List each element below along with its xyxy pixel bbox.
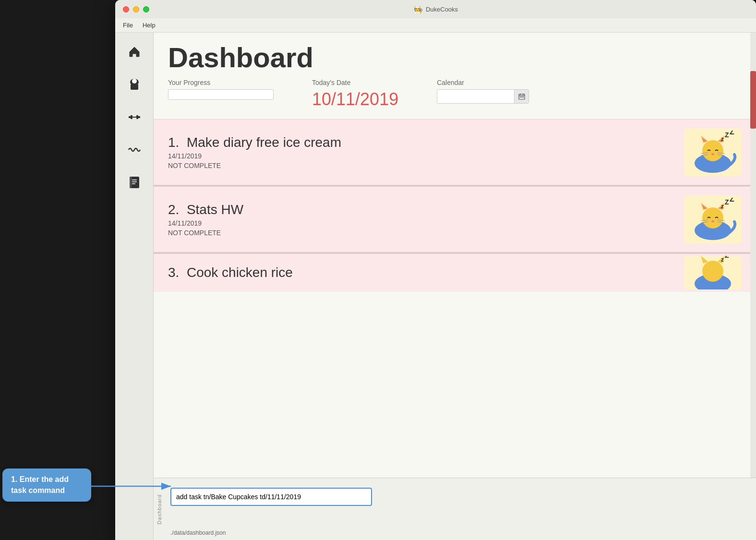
date-label: Today's Date — [312, 79, 398, 86]
svg-rect-18 — [521, 96, 522, 97]
svg-rect-10 — [132, 180, 137, 180]
annotation-arrow — [90, 478, 186, 494]
svg-rect-6 — [136, 115, 138, 119]
sidebar-item-health[interactable] — [125, 140, 144, 159]
svg-text:Z: Z — [725, 131, 729, 139]
svg-text:Z: Z — [730, 198, 734, 203]
calendar-section: Calendar — [437, 79, 529, 104]
progress-section: Your Progress — [168, 79, 274, 100]
close-button[interactable] — [123, 6, 129, 12]
task-1-status: NOT COMPLETE — [168, 162, 341, 169]
task-2-title: 2. Stats HW — [168, 202, 243, 217]
task-3-info: 3. Cook chicken rice — [168, 265, 293, 280]
calendar-button[interactable] — [514, 90, 528, 103]
svg-rect-19 — [523, 96, 524, 97]
maximize-button[interactable] — [143, 6, 149, 12]
svg-text:z: z — [721, 136, 724, 143]
command-input[interactable] — [170, 488, 372, 506]
sidebar-item-chef[interactable] — [125, 75, 144, 94]
scrollbar-thumb[interactable] — [750, 71, 756, 129]
sidebar-item-diary[interactable] — [125, 173, 144, 192]
status-path: ./data/dashboard.json — [170, 529, 226, 536]
svg-text:z: z — [721, 203, 724, 210]
svg-text:Z: Z — [725, 256, 729, 259]
command-area — [154, 478, 756, 511]
svg-point-49 — [702, 261, 723, 282]
menu-bar: File Help — [115, 18, 756, 33]
svg-rect-11 — [132, 181, 137, 182]
task-item[interactable]: 2. Stats HW 14/11/2019 NOT COMPLETE — [154, 186, 756, 252]
task-1-date: 14/11/2019 — [168, 152, 341, 160]
svg-point-21 — [702, 140, 723, 161]
svg-point-47 — [711, 220, 714, 222]
sideways-label: Dashboard — [157, 494, 163, 524]
bottom-panel: Dashboard ./data/dashboard.json — [154, 478, 756, 540]
svg-text:z: z — [721, 256, 724, 263]
svg-rect-5 — [131, 115, 132, 119]
calendar-input[interactable] — [437, 90, 514, 103]
page-title: Dashboard — [168, 42, 742, 73]
task-1-title: 1. Make diary free ice cream — [168, 135, 341, 150]
svg-rect-8 — [131, 177, 139, 188]
sidebar — [115, 33, 154, 540]
svg-rect-7 — [132, 117, 136, 118]
date-section: Today's Date 10/11/2019 — [312, 79, 398, 109]
traffic-lights — [123, 6, 149, 12]
minimize-button[interactable] — [133, 6, 139, 12]
task-1-image: z Z Z — [684, 128, 742, 176]
sidebar-item-fitness[interactable] — [125, 108, 144, 127]
svg-marker-50 — [701, 256, 708, 264]
app-window: 🧑‍🍳 DukeCooks File Help — [115, 0, 756, 540]
calendar-label: Calendar — [437, 79, 529, 86]
scrollbar-track — [750, 33, 756, 540]
task-list: 1. Make diary free ice cream 14/11/2019 … — [154, 114, 756, 478]
svg-rect-9 — [130, 177, 132, 188]
task-1-info: 1. Make diary free ice cream 14/11/2019 … — [168, 135, 341, 169]
svg-text:Z: Z — [725, 198, 729, 206]
task-2-status: NOT COMPLETE — [168, 229, 243, 237]
task-item[interactable]: 1. Make diary free ice cream 14/11/2019 … — [154, 119, 756, 185]
task-3-title: 3. Cook chicken rice — [168, 265, 293, 280]
progress-label: Your Progress — [168, 79, 274, 86]
svg-rect-1 — [131, 84, 138, 90]
svg-text:Z: Z — [730, 131, 734, 136]
calendar-input-container[interactable] — [437, 89, 529, 104]
main-content: Dashboard Your Progress Today's Date 10/… — [154, 33, 756, 540]
progress-bar — [168, 89, 274, 100]
sidebar-item-home[interactable] — [125, 42, 144, 61]
app-icon: 🧑‍🍳 — [413, 5, 423, 14]
task-2-date: 14/11/2019 — [168, 219, 243, 227]
status-bar: ./data/dashboard.json — [154, 528, 756, 540]
window-title: 🧑‍🍳 DukeCooks — [413, 5, 458, 14]
svg-point-2 — [132, 79, 137, 84]
task-2-image: z Z Z — [684, 195, 742, 243]
app-body: Dashboard Your Progress Today's Date 10/… — [115, 33, 756, 540]
svg-rect-12 — [132, 183, 135, 184]
svg-point-35 — [702, 207, 723, 228]
menu-help[interactable]: Help — [143, 22, 156, 29]
svg-rect-17 — [520, 96, 521, 97]
title-bar: 🧑‍🍳 DukeCooks — [115, 0, 756, 18]
task-2-info: 2. Stats HW 14/11/2019 NOT COMPLETE — [168, 202, 243, 237]
svg-point-33 — [711, 153, 714, 155]
dashboard-meta: Your Progress Today's Date 10/11/2019 Ca… — [168, 79, 742, 109]
task-3-image: z Z — [684, 256, 742, 289]
dashboard-header: Dashboard Your Progress Today's Date 10/… — [154, 33, 756, 114]
menu-file[interactable]: File — [123, 22, 133, 29]
task-item[interactable]: 3. Cook chicken rice z Z — [154, 253, 756, 292]
annotation-callout: 1. Enter the add task command — [2, 468, 91, 502]
today-date: 10/11/2019 — [312, 89, 398, 109]
